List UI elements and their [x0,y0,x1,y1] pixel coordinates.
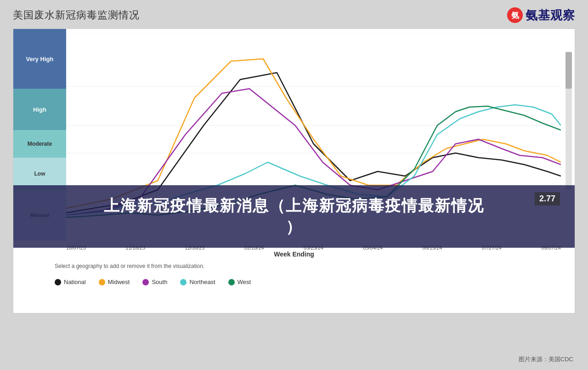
legend-dot-south [142,279,149,285]
value-badge: 2.77 [535,192,560,205]
legend-label-west: West [237,279,251,285]
week-ending-label: Week Ending [13,250,575,258]
legend-label-midwest: Midwest [108,279,130,285]
legend-label-northeast: Northeast [189,279,215,285]
legend-national[interactable]: National [55,279,86,285]
page-wrapper: 美国废水新冠病毒监测情况 氨 氨基观察 Very High High Moder… [0,0,588,370]
scrollbar-indicator[interactable] [565,52,572,190]
logo-icon: 氨 [506,6,524,24]
y-band-very-high: Very High [13,29,66,89]
legend-select-text: Select a geography to add or remove it f… [55,263,204,269]
svg-text:氨: 氨 [511,11,519,20]
header: 美国废水新冠病毒监测情况 氨 氨基观察 [0,0,588,28]
legend-south[interactable]: South [142,279,167,285]
page-title: 美国废水新冠病毒监测情况 [13,8,140,22]
y-band-high: High [13,89,66,130]
chart-inner: Very High High Moderate Low Minimal [13,29,575,313]
legend-dot-west [228,279,235,285]
legend-midwest[interactable]: Midwest [99,279,130,285]
source-text: 图片来源：美国CDC [519,355,573,364]
logo-text: 氨基观察 [526,7,575,23]
legend-label-south: South [152,279,167,285]
legend-west[interactable]: West [228,279,251,285]
legend-dot-northeast [180,279,187,285]
chart-container: Very High High Moderate Low Minimal [13,28,575,313]
y-band-moderate: Moderate [13,130,66,158]
legend-dot-national [55,279,61,285]
legend-dot-midwest [99,279,105,285]
legend-label-national: National [64,279,86,285]
legend: National Midwest South Northeast West [55,279,251,285]
overlay-text-line1: 上海新冠疫情最新消息（上海新冠病毒疫情最新情况 [32,195,556,216]
logo-area: 氨 氨基观察 [506,6,575,24]
legend-northeast[interactable]: Northeast [180,279,215,285]
scrollbar-thumb [565,52,572,89]
overlay-banner: 上海新冠疫情最新消息（上海新冠病毒疫情最新情况 ） [13,185,575,248]
overlay-text-line2: ） [32,216,556,238]
